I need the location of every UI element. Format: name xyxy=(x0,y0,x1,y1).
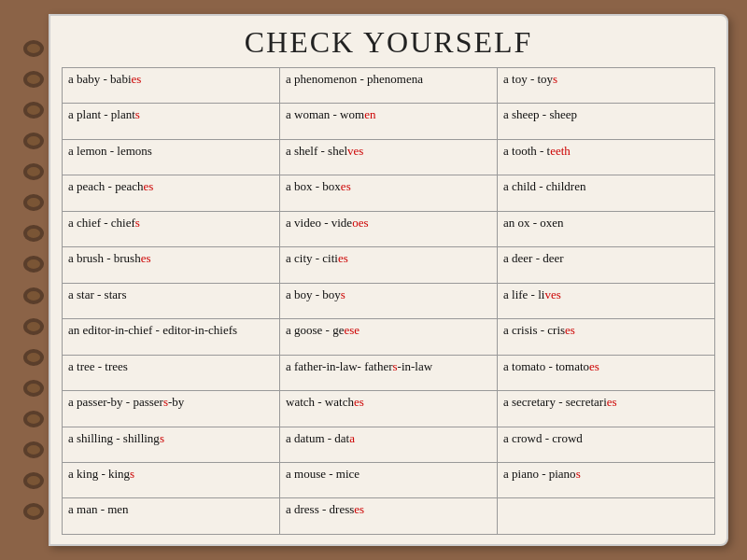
spiral-binding xyxy=(19,14,49,546)
spiral-ring-2 xyxy=(23,71,44,88)
table-cell: a dress - dresses xyxy=(280,498,498,535)
table-cell-empty xyxy=(498,498,715,535)
table-cell: a lemon - lemons xyxy=(63,139,280,175)
table-cell: a shelf - shelves xyxy=(280,139,498,175)
notebook-page: CHECK YOURSELF a baby - babiesa phenomen… xyxy=(49,14,728,546)
table-row: a shilling - shillingsa datum - dataa cr… xyxy=(63,427,715,462)
spiral-ring-10 xyxy=(23,318,44,335)
table-cell: a secretary - secretaries xyxy=(498,391,715,427)
spiral-ring-1 xyxy=(23,40,44,57)
table-cell: a tree - trees xyxy=(63,355,280,390)
spiral-ring-15 xyxy=(23,472,44,489)
table-cell: a crowd - crowd xyxy=(498,427,715,462)
table-cell: a sheep - sheep xyxy=(498,104,715,139)
table-row: a plant - plantsa woman - womena sheep -… xyxy=(63,104,715,139)
table-row: an editor-in-chief - editor-in-chiefsa g… xyxy=(63,319,715,355)
table-cell: a crisis - crises xyxy=(498,319,715,355)
table-cell: a phenomenon - phenomena xyxy=(280,68,498,104)
table-cell: a deer - deer xyxy=(498,247,715,283)
spiral-ring-13 xyxy=(23,411,44,427)
table-row: a passer-by - passers-bywatch - watchesa… xyxy=(63,391,715,427)
table-cell: a tooth - teeth xyxy=(498,139,715,175)
table-cell: a box - boxes xyxy=(280,175,498,211)
table-cell: a plant - plants xyxy=(63,104,280,139)
table-cell: a star - stars xyxy=(63,283,280,318)
table-cell: a life - lives xyxy=(498,283,715,318)
table-row: a king - kingsa mouse - micea piano - pi… xyxy=(63,462,715,497)
spiral-ring-14 xyxy=(23,441,44,458)
table-cell: watch - watches xyxy=(280,391,498,427)
table-cell: a baby - babies xyxy=(63,68,280,104)
page-title: CHECK YOURSELF xyxy=(62,25,715,60)
spiral-ring-9 xyxy=(23,287,44,304)
table-cell: a man - men xyxy=(63,498,280,535)
table-cell: a tomato - tomatoes xyxy=(498,355,715,390)
table-cell: a passer-by - passers-by xyxy=(63,391,280,427)
table-cell: a city - cities xyxy=(280,247,498,283)
spiral-ring-5 xyxy=(23,163,44,180)
table-cell: a woman - women xyxy=(280,104,498,139)
table-cell: a chief - chiefs xyxy=(63,211,280,246)
table-cell: a mouse - mice xyxy=(280,462,498,497)
table-row: a peach - peachesa box - boxesa child - … xyxy=(63,175,715,211)
table-row: a chief - chiefsa video - videoesan ox -… xyxy=(63,211,715,246)
table-cell: a king - kings xyxy=(63,462,280,497)
spiral-ring-4 xyxy=(23,133,44,149)
table-cell: a brush - brushes xyxy=(63,247,280,283)
table-cell: a boy - boys xyxy=(280,283,498,318)
table-cell: a father-in-law- fathers-in-law xyxy=(280,355,498,390)
spiral-ring-6 xyxy=(23,194,44,211)
spiral-ring-7 xyxy=(23,225,44,242)
spiral-ring-8 xyxy=(23,256,44,273)
table-cell: a child - children xyxy=(498,175,715,211)
table-cell: a datum - data xyxy=(280,427,498,462)
table-cell: a toy - toys xyxy=(498,68,715,104)
notebook-container: CHECK YOURSELF a baby - babiesa phenomen… xyxy=(19,14,728,546)
table-row: a brush - brushesa city - citiesa deer -… xyxy=(63,247,715,283)
word-table: a baby - babiesa phenomenon - phenomenaa… xyxy=(62,67,715,535)
spiral-ring-16 xyxy=(23,503,44,520)
table-cell: a shilling - shillings xyxy=(63,427,280,462)
table-row: a star - starsa boy - boysa life - lives xyxy=(63,283,715,318)
table-cell: an editor-in-chief - editor-in-chiefs xyxy=(63,319,280,355)
table-cell: a peach - peaches xyxy=(63,175,280,211)
spiral-ring-3 xyxy=(23,102,44,119)
table-row: a man - mena dress - dresses xyxy=(63,498,715,535)
table-cell: an ox - oxen xyxy=(498,211,715,246)
table-row: a tree - treesa father-in-law- fathers-i… xyxy=(63,355,715,390)
spiral-ring-11 xyxy=(23,349,44,366)
table-cell: a video - videoes xyxy=(280,211,498,246)
table-cell: a piano - pianos xyxy=(498,462,715,497)
spiral-ring-12 xyxy=(23,380,44,397)
table-row: a lemon - lemonsa shelf - shelvesa tooth… xyxy=(63,139,715,175)
table-row: a baby - babiesa phenomenon - phenomenaa… xyxy=(63,68,715,104)
table-cell: a goose - geese xyxy=(280,319,498,355)
